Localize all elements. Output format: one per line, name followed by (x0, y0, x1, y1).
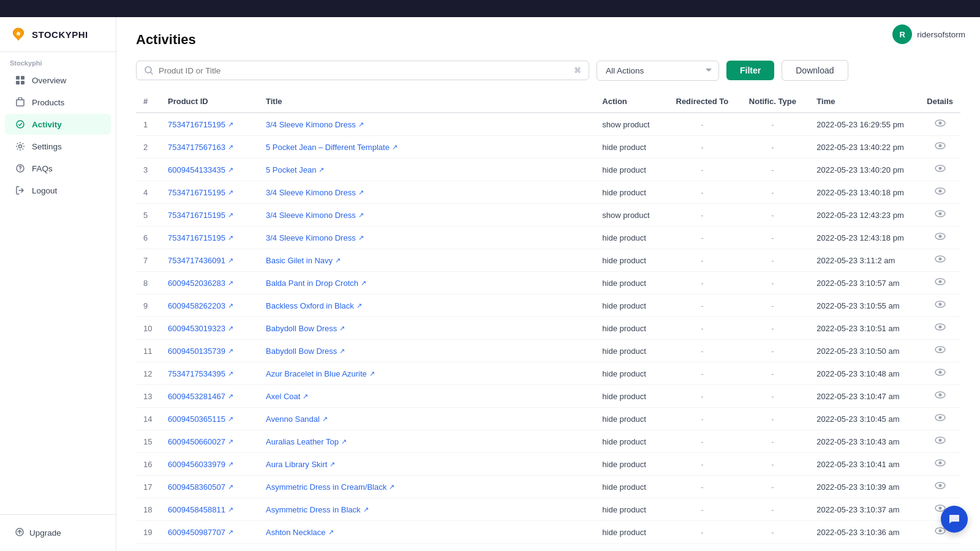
sidebar-item-settings[interactable]: Settings (5, 136, 111, 157)
row-details[interactable] (919, 272, 960, 294)
row-time: 2022-05-23 3:10:36 am (809, 521, 919, 544)
eye-icon[interactable] (927, 209, 953, 220)
product-id-link[interactable]: 7534717534395 ↗ (168, 369, 233, 378)
sidebar-item-faqs[interactable]: FAQs (5, 158, 111, 179)
product-id-link[interactable]: 6009452036283 ↗ (168, 279, 233, 288)
filter-button[interactable]: Filter (726, 61, 774, 80)
product-id-link[interactable]: 6009453019323 ↗ (168, 324, 233, 333)
eye-icon[interactable] (927, 391, 953, 402)
eye-icon[interactable] (927, 141, 953, 152)
row-time: 2022-05-23 13:40:20 pm (809, 159, 919, 181)
eye-icon[interactable] (927, 481, 953, 492)
svg-rect-4 (21, 81, 24, 84)
row-notific: - (736, 453, 809, 476)
title-link[interactable]: Asymmetric Dress in Black ↗ (266, 505, 369, 514)
ext-link-icon: ↗ (228, 234, 233, 242)
title-link[interactable]: Auralias Leather Top ↗ (266, 437, 347, 446)
row-details[interactable] (919, 159, 960, 181)
sidebar: STOCKYPHI Stockyphi Overview Products Ac… (0, 17, 116, 551)
title-link[interactable]: Ashton Necklace ↗ (266, 528, 334, 537)
sidebar-item-logout[interactable]: Logout (5, 180, 111, 201)
eye-icon[interactable] (927, 436, 953, 447)
sidebar-item-overview[interactable]: Overview (5, 70, 111, 91)
sidebar-section-label: Stockyphi (0, 52, 116, 69)
row-details[interactable] (919, 113, 960, 136)
title-link[interactable]: 3/4 Sleeve Kimono Dress ↗ (266, 120, 364, 129)
product-id-link[interactable]: 6009458360507 ↗ (168, 482, 233, 492)
row-details[interactable] (919, 249, 960, 272)
title-link[interactable]: 3/4 Sleeve Kimono Dress ↗ (266, 233, 364, 242)
search-input[interactable] (159, 66, 569, 75)
row-details[interactable] (919, 294, 960, 317)
ext-link-icon: ↗ (228, 302, 233, 310)
actions-select[interactable]: All Actions show product hide product (597, 61, 719, 81)
row-action: hide product (595, 136, 668, 159)
row-details[interactable] (919, 476, 960, 498)
title-link[interactable]: Azur Bracelet in Blue Azurite ↗ (266, 369, 375, 378)
chat-bubble[interactable] (941, 506, 968, 533)
title-link[interactable]: Asymmetric Dress in Cream/Black ↗ (266, 482, 394, 492)
eye-icon[interactable] (927, 119, 953, 130)
title-link[interactable]: 5 Pocket Jean – Different Template ↗ (266, 143, 398, 152)
download-button[interactable]: Download (782, 60, 848, 81)
eye-icon[interactable] (927, 368, 953, 379)
product-id-link[interactable]: 6009454133435 ↗ (168, 165, 233, 174)
row-action: hide product (595, 408, 668, 430)
product-id-link[interactable]: 6009458262203 ↗ (168, 301, 233, 310)
eye-icon[interactable] (927, 413, 953, 424)
row-details[interactable] (919, 136, 960, 159)
product-id-link[interactable]: 6009458458811 ↗ (168, 505, 233, 514)
product-id-link[interactable]: 7534717436091 ↗ (168, 256, 233, 265)
row-details[interactable] (919, 385, 960, 408)
row-details[interactable] (919, 317, 960, 340)
eye-icon[interactable] (927, 345, 953, 356)
row-num: 10 (136, 317, 160, 340)
product-id-link[interactable]: 7534716715195 ↗ (168, 188, 233, 197)
row-num: 3 (136, 159, 160, 181)
svg-rect-2 (21, 76, 24, 80)
title-link[interactable]: Avenno Sandal ↗ (266, 414, 328, 424)
title-link[interactable]: Basic Gilet in Navy ↗ (266, 256, 341, 265)
row-details[interactable] (919, 362, 960, 385)
product-id-link[interactable]: 6009456033979 ↗ (168, 460, 233, 469)
table-row: 18 6009458458811 ↗ Asymmetric Dress in B… (136, 498, 960, 521)
title-link[interactable]: Aura Library Skirt ↗ (266, 460, 335, 469)
row-title: Basic Gilet in Navy ↗ (258, 249, 595, 272)
eye-icon[interactable] (927, 300, 953, 311)
product-id-link[interactable]: 7534716715195 ↗ (168, 120, 233, 129)
eye-icon[interactable] (927, 232, 953, 243)
title-link[interactable]: 3/4 Sleeve Kimono Dress ↗ (266, 211, 364, 220)
product-id-link[interactable]: 6009450365115 ↗ (168, 414, 233, 424)
title-link[interactable]: Babydoll Bow Dress ↗ (266, 324, 345, 333)
eye-icon[interactable] (927, 323, 953, 334)
product-id-link[interactable]: 6009450987707 ↗ (168, 528, 233, 537)
row-details[interactable] (919, 408, 960, 430)
eye-icon[interactable] (927, 164, 953, 175)
row-details[interactable] (919, 453, 960, 476)
title-link[interactable]: 5 Pocket Jean ↗ (266, 165, 324, 174)
sidebar-item-products[interactable]: Products (5, 92, 111, 113)
eye-icon[interactable] (927, 187, 953, 198)
product-id-link[interactable]: 6009453281467 ↗ (168, 392, 233, 401)
row-details[interactable] (919, 430, 960, 453)
title-link[interactable]: Babydoll Bow Dress ↗ (266, 347, 345, 356)
ext-link-icon: ↗ (228, 279, 233, 287)
eye-icon[interactable] (927, 277, 953, 288)
sidebar-item-activity[interactable]: Activity (5, 114, 111, 135)
row-details[interactable] (919, 181, 960, 204)
eye-icon[interactable] (927, 459, 953, 470)
title-link[interactable]: Balda Pant in Drop Crotch ↗ (266, 279, 366, 288)
title-link[interactable]: Axel Coat ↗ (266, 392, 308, 401)
product-id-link[interactable]: 7534716715195 ↗ (168, 233, 233, 242)
row-details[interactable] (919, 340, 960, 362)
product-id-link[interactable]: 6009450660027 ↗ (168, 437, 233, 446)
row-details[interactable] (919, 204, 960, 227)
title-link[interactable]: 3/4 Sleeve Kimono Dress ↗ (266, 188, 364, 197)
title-link[interactable]: Backless Oxford in Black ↗ (266, 301, 362, 310)
product-id-link[interactable]: 7534717567163 ↗ (168, 143, 233, 152)
row-details[interactable] (919, 227, 960, 249)
product-id-link[interactable]: 6009450135739 ↗ (168, 347, 233, 356)
product-id-link[interactable]: 7534716715195 ↗ (168, 211, 233, 220)
upgrade-button[interactable]: Upgrade (5, 522, 111, 544)
eye-icon[interactable] (927, 255, 953, 266)
